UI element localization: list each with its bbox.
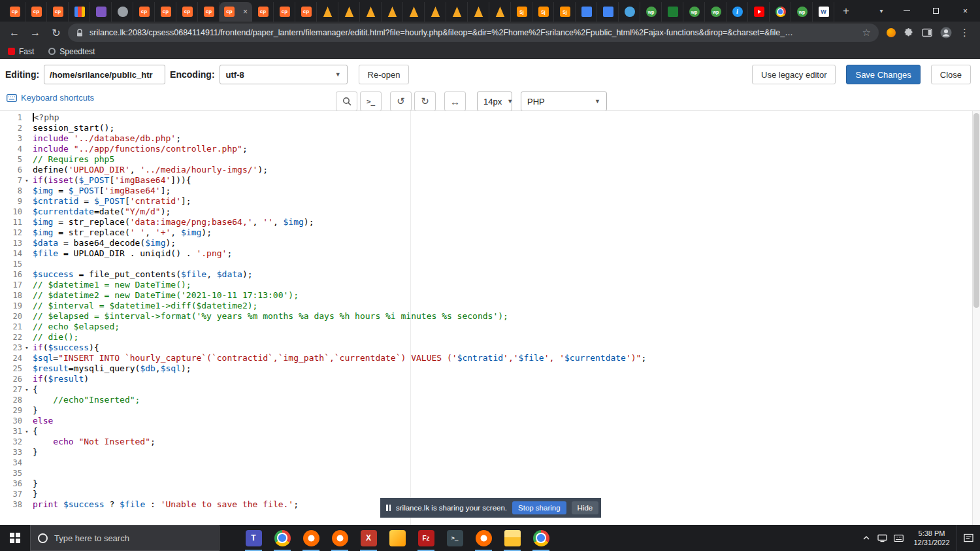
chrome-taskbar-button[interactable]: [268, 525, 297, 551]
code-line[interactable]: 8$img = $_POST['imgBase64'];: [0, 186, 972, 196]
code-line[interactable]: 33}: [0, 447, 972, 458]
browser-tab-active[interactable]: cp×: [220, 2, 252, 22]
teams-taskbar-button[interactable]: T: [239, 525, 268, 551]
fold-arrow-icon[interactable]: ▾: [22, 175, 31, 186]
code-line[interactable]: 30else: [0, 416, 972, 426]
syntax-select[interactable]: PHP ▼: [521, 92, 607, 111]
browser-tab[interactable]: [382, 2, 403, 22]
reload-button[interactable]: ↻: [47, 24, 65, 42]
code-line[interactable]: 29}: [0, 405, 972, 416]
start-button[interactable]: [0, 525, 30, 551]
code-line[interactable]: 20// $elapsed = $interval->format('%y ye…: [0, 311, 972, 322]
fold-arrow-icon[interactable]: ▾: [22, 426, 31, 437]
extensions-puzzle-icon[interactable]: [904, 27, 914, 38]
code-line[interactable]: 34: [0, 458, 972, 468]
terminal-app-taskbar-button[interactable]: >_: [440, 525, 469, 551]
browser-tab[interactable]: [662, 2, 683, 22]
code-line[interactable]: 18// $datetime2 = new DateTime('2021-10-…: [0, 290, 972, 301]
red-x-app-taskbar-button[interactable]: X: [354, 525, 383, 551]
window-minimize-button[interactable]: [892, 0, 921, 22]
browser-tab[interactable]: cp: [155, 2, 176, 22]
action-center-button[interactable]: [956, 525, 980, 551]
browser-tab[interactable]: [112, 2, 133, 22]
browser-tab[interactable]: wp: [683, 2, 705, 22]
code-line[interactable]: 17// $datetime1 = new DateTime();: [0, 280, 972, 290]
browser-tab[interactable]: [489, 2, 511, 22]
code-line[interactable]: 16$success = file_put_contents($file, $d…: [0, 269, 972, 280]
bookmark-star-icon[interactable]: ☆: [862, 27, 871, 39]
browser-tab[interactable]: [69, 2, 90, 22]
browser-tab[interactable]: wp: [640, 2, 662, 22]
browser-tab[interactable]: W: [813, 2, 834, 22]
code-line[interactable]: 15: [0, 259, 972, 269]
code-line[interactable]: 24$sql="INSERT INTO `hourly_capture`(`co…: [0, 353, 972, 363]
touch-keyboard-button[interactable]: [890, 525, 907, 551]
network-tray-button[interactable]: [874, 525, 890, 551]
reopen-button[interactable]: Re-open: [359, 65, 410, 84]
font-size-select[interactable]: 14px ▼: [477, 92, 512, 111]
side-panel-icon[interactable]: [922, 27, 932, 38]
code-line[interactable]: 12$img = str_replace(' ', '+', $img);: [0, 227, 972, 238]
scrollbar-thumb[interactable]: [973, 113, 979, 308]
save-changes-button[interactable]: Save Changes: [846, 65, 920, 84]
tray-expand-button[interactable]: [858, 525, 874, 551]
code-line[interactable]: 31▾{: [0, 426, 972, 437]
browser-tab[interactable]: cp: [25, 2, 47, 22]
code-line[interactable]: 25$result=mysqli_query($db,$sql);: [0, 363, 972, 374]
keyboard-shortcuts-link[interactable]: Keyboard shortcuts: [7, 93, 94, 103]
redo-button[interactable]: ↻: [414, 92, 436, 111]
code-line[interactable]: 10$currentdate=date("Y/m/d");: [0, 207, 972, 217]
browser-tab[interactable]: Sj: [511, 2, 532, 22]
orange-browser-3-taskbar-button[interactable]: [469, 525, 498, 551]
browser-tab[interactable]: [317, 2, 338, 22]
browser-tab[interactable]: [770, 2, 791, 22]
code-line[interactable]: 11$img = str_replace('data:image/png;bas…: [0, 217, 972, 227]
code-line[interactable]: 14$file = UPLOAD_DIR . uniqid() . '.png'…: [0, 248, 972, 259]
tab-search-icon[interactable]: ▾: [871, 7, 892, 14]
browser-tab[interactable]: Sj: [554, 2, 576, 22]
file-explorer-taskbar-button[interactable]: [498, 525, 527, 551]
tab-close-icon[interactable]: ×: [243, 8, 248, 16]
browser-tab[interactable]: [338, 2, 360, 22]
window-maximize-button[interactable]: [921, 0, 951, 22]
browser-tab[interactable]: wp: [791, 2, 813, 22]
browser-tab[interactable]: cp: [176, 2, 198, 22]
browser-tab[interactable]: [425, 2, 446, 22]
code-line[interactable]: 5// Requires php5: [0, 154, 972, 165]
browser-menu-icon[interactable]: ⋮: [960, 27, 970, 39]
code-line[interactable]: 7▾if(isset($_POST['imgBase64'])){: [0, 175, 972, 186]
browser-tab[interactable]: [597, 2, 619, 22]
code-line[interactable]: 4include "../app/functions/controller.ph…: [0, 144, 972, 154]
terminal-button[interactable]: >_: [360, 92, 382, 111]
browser-tab[interactable]: i: [727, 2, 748, 22]
code-line[interactable]: 32 echo "Not Inserted";: [0, 437, 972, 447]
orange-browser-taskbar-button[interactable]: [297, 525, 325, 551]
back-button[interactable]: ←: [5, 24, 24, 42]
browser-tab[interactable]: [576, 2, 597, 22]
yellow-app-taskbar-button[interactable]: [383, 525, 412, 551]
use-legacy-editor-button[interactable]: Use legacy editor: [752, 65, 836, 84]
encoding-select[interactable]: utf-8 ▼: [220, 65, 348, 84]
code-line[interactable]: 36}: [0, 478, 972, 489]
code-line[interactable]: 3include '../database/db.php';: [0, 133, 972, 144]
code-line[interactable]: 26if($result): [0, 374, 972, 384]
window-close-button[interactable]: ×: [951, 0, 980, 22]
browser-tab[interactable]: [403, 2, 425, 22]
browser-tab[interactable]: cp: [133, 2, 155, 22]
code-line[interactable]: 22// die();: [0, 332, 972, 342]
code-line[interactable]: 13$data = base64_decode($img);: [0, 238, 972, 248]
browser-tab[interactable]: [748, 2, 770, 22]
code-line[interactable]: 35: [0, 468, 972, 478]
browser-tab[interactable]: cp: [295, 2, 317, 22]
new-tab-button[interactable]: +: [837, 2, 855, 20]
browser-tab[interactable]: cp: [47, 2, 69, 22]
code-line[interactable]: 1<?php: [0, 112, 972, 123]
code-line[interactable]: 6define('UPLOAD_DIR', '../media/hourly-i…: [0, 165, 972, 175]
code-line[interactable]: 21// echo $elapsed;: [0, 322, 972, 332]
forward-button[interactable]: →: [26, 24, 44, 42]
editor-scrollbar[interactable]: [972, 111, 980, 525]
code-line[interactable]: 28 //echo"Inserted";: [0, 395, 972, 405]
browser-tab[interactable]: cp: [4, 2, 25, 22]
browser-tab[interactable]: wp: [705, 2, 727, 22]
hide-sharing-bar-button[interactable]: Hide: [572, 501, 599, 514]
